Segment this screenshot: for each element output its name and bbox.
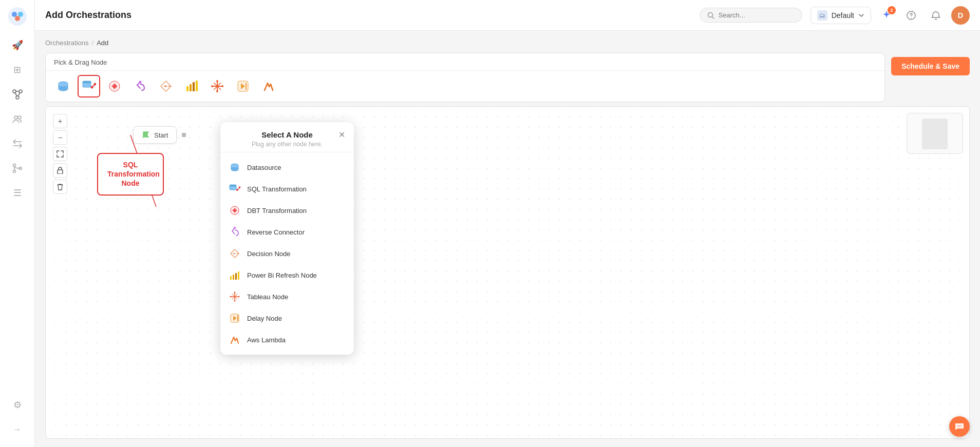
svg-point-65 (957, 425, 958, 426)
svg-point-17 (911, 17, 912, 18)
modal-item-delay[interactable]: Delay Node (220, 307, 354, 329)
topbar-right: 🗂 Default 2 (811, 6, 970, 25)
start-node[interactable]: Start (133, 126, 186, 144)
trash-icon (57, 183, 63, 190)
sidebar-item-branch[interactable] (6, 157, 29, 180)
svg-point-2 (18, 12, 23, 17)
sidebar-collapse-btn[interactable]: → (6, 418, 29, 441)
node-icon-powerbi[interactable] (180, 75, 203, 98)
sidebar-item-rocket[interactable]: 🚀 (6, 34, 29, 56)
canvas-area[interactable]: + − (45, 106, 970, 439)
modal-powerbi-icon (229, 269, 241, 281)
sidebar-item-grid[interactable]: ⊞ (6, 59, 29, 81)
sidebar-item-people[interactable] (6, 108, 29, 130)
page-title: Add Orchestrations (45, 10, 691, 21)
modal-tableau-icon (229, 290, 241, 303)
svg-point-37 (211, 85, 213, 87)
lock-button[interactable] (53, 163, 67, 178)
modal-reverse-icon (229, 226, 241, 238)
modal-item-decision[interactable]: Decision Node (220, 243, 354, 264)
svg-point-4 (13, 90, 16, 93)
flag-icon (142, 131, 150, 139)
modal-item-dbt[interactable]: DBT Transformation (220, 200, 354, 221)
svg-point-22 (91, 86, 93, 89)
help-button[interactable] (902, 6, 920, 25)
notifications-button[interactable] (927, 6, 945, 25)
modal-item-sql[interactable]: SQL Transformation (220, 178, 354, 200)
node-picker-icons (46, 71, 884, 102)
modal-item-tableau[interactable]: Tableau Node (220, 286, 354, 307)
reverse-icon (133, 79, 147, 93)
node-icon-datasource[interactable] (52, 75, 74, 98)
modal-sql-icon (229, 183, 241, 195)
node-icon-lambda[interactable] (257, 75, 280, 98)
modal-datasource-icon (229, 161, 241, 173)
bell-icon (931, 11, 940, 20)
breadcrumb-parent[interactable]: Orchestrations (45, 39, 89, 47)
modal-item-lambda[interactable]: Aws Lambda (220, 329, 354, 351)
node-picker-header: Pick & Drag Node (46, 53, 884, 71)
modal-item-datasource[interactable]: Datasource (220, 157, 354, 178)
content-area: Orchestrations / Add Pick & Drag Node (35, 31, 980, 447)
node-icon-decision[interactable] (155, 75, 177, 98)
start-connector (182, 133, 186, 137)
lambda-icon (261, 79, 276, 93)
svg-line-8 (15, 93, 17, 96)
modal-item-label: Delay Node (247, 315, 282, 322)
svg-point-11 (18, 116, 21, 119)
node-icon-delay[interactable] (232, 75, 254, 98)
modal-close-button[interactable]: ✕ (335, 128, 348, 141)
modal-dbt-icon (229, 204, 241, 217)
ai-badge: 2 (888, 6, 896, 14)
svg-rect-55 (238, 271, 239, 280)
modal-item-reverse[interactable]: Reverse Connector (220, 221, 354, 243)
node-icon-reverse[interactable] (129, 75, 152, 98)
zoom-out-button[interactable]: − (53, 130, 67, 145)
node-modal-header: Select A Node Plug any other node here. … (220, 122, 354, 152)
chat-icon (955, 422, 964, 431)
sidebar-item-shuffle[interactable] (6, 132, 29, 155)
sidebar-item-list[interactable]: ☰ (6, 182, 29, 204)
delete-button[interactable] (53, 180, 67, 194)
workspace-selector[interactable]: 🗂 Default (811, 7, 871, 24)
svg-point-47 (236, 189, 238, 191)
svg-point-5 (19, 90, 22, 93)
search-bar[interactable] (700, 8, 802, 23)
svg-point-35 (216, 80, 218, 82)
node-picker-panel: Pick & Drag Node (45, 53, 885, 102)
modal-item-label: Aws Lambda (247, 336, 286, 344)
sidebar-item-flow[interactable] (6, 83, 29, 106)
delay-icon (236, 79, 250, 93)
modal-item-label: Power Bi Refresh Node (247, 271, 317, 279)
zoom-in-button[interactable]: + (53, 114, 67, 128)
schedule-save-button[interactable]: Schedule & Save (891, 57, 970, 75)
decision-icon (159, 79, 173, 93)
chevron-down-icon (858, 12, 864, 18)
workspace-icon: 🗂 (817, 10, 827, 21)
canvas-background (46, 107, 969, 438)
ai-button[interactable]: 2 (877, 6, 896, 25)
search-icon (707, 12, 714, 19)
workspace-label: Default (832, 11, 854, 20)
svg-point-13 (13, 170, 15, 173)
svg-point-1 (12, 12, 17, 17)
node-icon-sql-transform[interactable] (78, 75, 100, 98)
sidebar-item-settings[interactable]: ⚙ (6, 394, 29, 416)
modal-item-powerbi[interactable]: Power Bi Refresh Node (220, 264, 354, 286)
node-icon-dbt[interactable] (103, 75, 126, 98)
svg-point-51 (234, 253, 236, 255)
fit-button[interactable] (53, 147, 67, 161)
svg-point-6 (16, 96, 19, 99)
chat-button[interactable] (949, 416, 970, 437)
search-input[interactable] (719, 11, 790, 19)
svg-rect-29 (193, 82, 195, 91)
svg-point-36 (216, 90, 218, 92)
svg-rect-52 (230, 276, 232, 280)
tableau-icon (210, 79, 224, 93)
breadcrumb: Orchestrations / Add (45, 39, 970, 47)
user-avatar[interactable]: D (951, 6, 970, 25)
modal-item-label: DBT Transformation (247, 207, 307, 215)
node-icon-tableau[interactable] (206, 75, 229, 98)
svg-rect-42 (58, 170, 63, 174)
canvas-controls: + − (53, 114, 67, 194)
